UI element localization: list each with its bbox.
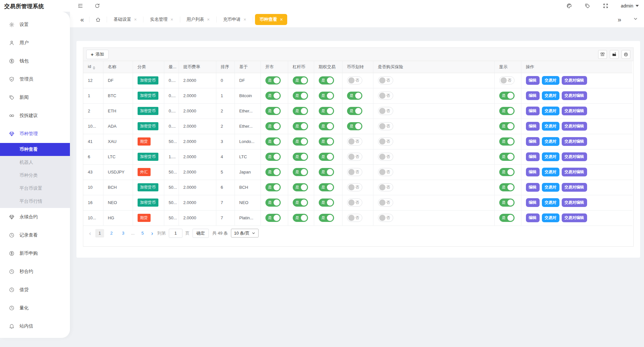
toggle-on[interactable]: 是 [265,153,281,161]
toggle-on[interactable]: 是 [293,214,308,222]
close-icon[interactable]: × [207,17,210,22]
tabs-collapse-button[interactable]: « [77,16,87,23]
confirm-button[interactable]: 确定 [193,229,209,238]
toggle-on[interactable]: 是 [347,122,362,130]
sidebar-item[interactable]: 设置 [0,16,70,34]
sidebar-item[interactable]: 新闻 [0,88,70,107]
sidebar-item[interactable]: 量化 [0,299,70,317]
toggle-on[interactable]: 是 [499,122,515,130]
pairs-button[interactable]: 交易对 [542,198,559,207]
sidebar-subitem[interactable]: 币种查看 [0,143,70,156]
tab[interactable]: 充币申请× [219,14,251,25]
sidebar-subitem[interactable]: 平台币行情 [0,195,70,208]
toggle-off[interactable]: 否 [347,76,362,84]
toggle-off[interactable]: 否 [347,214,362,222]
palette-icon[interactable] [566,3,572,9]
edit-button[interactable]: 编辑 [526,122,540,131]
toggle-on[interactable]: 是 [293,153,308,161]
page-button[interactable]: 2 [107,229,116,238]
toggle-on[interactable]: 是 [293,107,308,115]
next-page-button[interactable]: › [150,230,154,236]
toggle-on[interactable]: 是 [347,107,362,115]
sidebar-item[interactable]: 币种管理 [0,125,70,143]
tab[interactable]: 实名管理× [145,14,178,25]
sidebar-item[interactable]: 新币申购 [0,244,70,263]
close-icon[interactable]: × [170,17,173,22]
page-button[interactable]: 1 [95,229,104,238]
toggle-off[interactable]: 否 [347,199,362,207]
toggle-off[interactable]: 否 [347,153,362,161]
toggle-off[interactable]: 否 [378,107,393,115]
pairs-button[interactable]: 交易对 [542,122,559,131]
toggle-on[interactable]: 是 [265,92,281,100]
toggle-on[interactable]: 是 [293,122,308,130]
close-icon[interactable]: × [244,17,246,22]
toggle-on[interactable]: 是 [499,214,515,222]
tag-icon[interactable] [584,3,590,9]
edit-button[interactable]: 编辑 [526,91,540,100]
toggle-off[interactable]: 否 [378,168,393,176]
edit-button[interactable]: 编辑 [526,107,540,115]
home-tab[interactable] [91,17,105,22]
print-button[interactable] [622,50,630,59]
sidebar-item[interactable]: 秒合约 [0,263,70,281]
toggle-off[interactable]: 否 [378,76,393,84]
toggle-on[interactable]: 是 [265,122,281,130]
toggle-on[interactable]: 是 [499,153,515,161]
pairs-edit-button[interactable]: 交易对编辑 [562,213,587,222]
sidebar-item[interactable]: 借贷 [0,281,70,299]
edit-button[interactable]: 编辑 [526,198,540,207]
sidebar-subitem[interactable]: 平台币设置 [0,182,70,195]
columns-toggle-button[interactable] [598,50,607,59]
pairs-edit-button[interactable]: 交易对编辑 [562,107,587,115]
toggle-on[interactable]: 是 [293,183,308,191]
toggle-on[interactable]: 是 [499,168,515,176]
refresh-icon[interactable] [94,3,100,9]
toggle-on[interactable]: 是 [293,199,308,207]
page-button[interactable]: 3 [119,229,127,238]
toggle-off[interactable]: 否 [378,183,393,191]
edit-button[interactable]: 编辑 [526,152,540,161]
toggle-on[interactable]: 是 [319,214,334,222]
pairs-button[interactable]: 交易对 [542,76,559,85]
toggle-on[interactable]: 是 [319,76,334,84]
pairs-button[interactable]: 交易对 [542,91,559,100]
toggle-on[interactable]: 是 [319,122,334,130]
pairs-button[interactable]: 交易对 [542,152,559,161]
toggle-off[interactable]: 否 [347,168,362,176]
toggle-on[interactable]: 是 [319,183,334,191]
tabs-scroll-right-button[interactable]: » [614,16,624,23]
column-header[interactable]: id [83,61,103,73]
page-size-select[interactable]: 10 条/页 [231,229,259,238]
toggle-on[interactable]: 是 [499,199,515,207]
toggle-on[interactable]: 是 [319,153,334,161]
toggle-on[interactable]: 是 [347,92,362,100]
fullscreen-icon[interactable] [603,3,609,9]
add-button[interactable]: + 添加 [86,50,109,59]
toggle-off[interactable]: 否 [378,92,393,100]
pairs-button[interactable]: 交易对 [542,137,559,146]
tab[interactable]: 用户列表× [182,14,214,25]
edit-button[interactable]: 编辑 [526,76,540,85]
sidebar-item[interactable]: 记录查看 [0,226,70,244]
pairs-button[interactable]: 交易对 [542,183,559,192]
goto-page-input[interactable] [169,229,182,238]
toggle-on[interactable]: 是 [265,137,281,146]
prev-page-button[interactable]: ‹ [88,230,92,236]
sidebar-item[interactable]: 站内信 [0,317,70,335]
toggle-on[interactable]: 是 [499,183,515,191]
tab[interactable]: 基础设置× [109,14,141,25]
pairs-button[interactable]: 交易对 [542,107,559,115]
edit-button[interactable]: 编辑 [526,213,540,222]
toggle-on[interactable]: 是 [265,214,281,222]
edit-button[interactable]: 编辑 [526,183,540,192]
toggle-on[interactable]: 是 [319,199,334,207]
close-icon[interactable]: × [134,17,137,22]
toggle-on[interactable]: 是 [265,168,281,176]
sort-icon[interactable] [93,66,95,70]
toggle-off[interactable]: 否 [378,214,393,222]
toggle-on[interactable]: 是 [293,92,308,100]
toggle-off[interactable]: 否 [347,137,362,146]
toggle-on[interactable]: 是 [499,92,515,100]
toggle-on[interactable]: 是 [265,183,281,191]
